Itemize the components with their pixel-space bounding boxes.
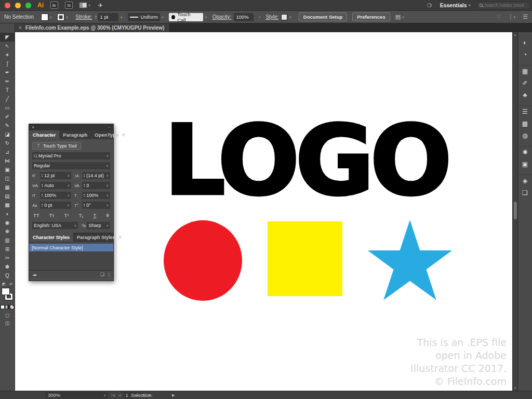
panel-list-icon[interactable]: ☰ [523, 14, 528, 20]
tool-hand[interactable]: ✽ [0, 262, 15, 271]
tool-blend[interactable]: ◉ [0, 218, 15, 227]
tool-paintbrush[interactable]: ✐ [0, 112, 15, 121]
swap-fill-stroke-icon[interactable]: ⇄ [9, 282, 12, 287]
blue-star-shape[interactable] [367, 218, 453, 301]
panel-menu-icon[interactable]: ≡ [122, 132, 125, 138]
tool-scale[interactable]: ⊿ [0, 148, 15, 156]
kerning-control[interactable]: V⁄A ▴▾Auto∨ [32, 182, 71, 189]
font-style-dropdown[interactable]: Regular ∨ [32, 162, 110, 169]
workspace-switcher[interactable]: Essentials ∨ [440, 2, 471, 8]
dock-icon-artboards[interactable]: ❏ [518, 187, 532, 198]
tool-column-graph[interactable]: ▥ [0, 236, 15, 245]
color-mode-icon[interactable] [1, 305, 5, 309]
dock-icon-layers[interactable]: ◈ [518, 175, 532, 187]
preferences-button[interactable]: Preferences [352, 12, 390, 21]
tool-rotate[interactable]: ↻ [0, 139, 15, 148]
document-tab[interactable]: × FileInfo.com Example.eps @ 300% (CMYK/… [15, 23, 170, 32]
type-style-all-caps[interactable]: TT [33, 212, 39, 218]
type-style-underline[interactable]: T [93, 212, 96, 218]
search-input[interactable] [484, 3, 527, 8]
width-profile-dropdown[interactable]: Uniform ∨ [128, 13, 164, 21]
dock-icon-appearance[interactable]: ✺ [518, 146, 532, 158]
tool-rectangle[interactable]: ▭ [0, 103, 15, 112]
dock-icon-symbols[interactable]: ♣ [518, 89, 532, 101]
status-flyout-icon[interactable]: ▶ [172, 393, 175, 397]
tab-paragraph-styles[interactable]: Paragraph Styles [73, 233, 119, 242]
baseline-shift-control[interactable]: Aa ▴▾0 pt∨ [32, 202, 71, 209]
tool-type[interactable]: T [0, 86, 15, 95]
tool-lasso[interactable]: ʃ [0, 59, 15, 68]
tool-width[interactable]: ⋈ [0, 156, 15, 165]
status-display[interactable]: Selection ▶ [131, 392, 175, 398]
tab-opentype[interactable]: OpenType [91, 130, 122, 139]
scroll-down-icon[interactable]: ▼ [513, 387, 517, 390]
dock-icon-swatches[interactable]: ▦ [518, 65, 532, 77]
red-circle-shape[interactable] [164, 220, 242, 301]
dock-icon-brushes[interactable]: ✐ [518, 77, 532, 89]
stepper-icon[interactable]: ▴▾ [95, 15, 96, 19]
rocket-icon[interactable]: ✈ [98, 2, 102, 9]
tool-eyedropper[interactable]: ◗ [0, 209, 15, 218]
tool-eraser[interactable]: ◪ [0, 130, 15, 139]
watermark-text[interactable]: This is an .EPS fileopen in AdobeIllustr… [410, 336, 507, 388]
dock-icon-gradient[interactable]: ▩ [518, 117, 532, 129]
dock-icon-graphic-styles[interactable]: ▣ [518, 158, 532, 170]
tool-curvature[interactable]: ✏ [0, 77, 15, 86]
stroke-swatch[interactable] [57, 14, 64, 21]
delete-style-icon[interactable]: ▯ [108, 272, 110, 277]
first-artboard-button[interactable]: |◀ [111, 393, 115, 397]
tab-character[interactable]: Character [29, 130, 59, 139]
tool-shaper[interactable]: ✎ [0, 121, 15, 130]
horizontal-scale-control[interactable]: T ▴▾100%∨ [71, 192, 110, 199]
lightbulb-icon[interactable]: ❍ [427, 3, 432, 8]
tool-selection[interactable]: ◤ [0, 33, 15, 42]
tool-magic-wand[interactable]: ✶ [0, 50, 15, 59]
style-swatch[interactable] [281, 14, 287, 20]
stroke-width-field[interactable]: 1 pt [98, 13, 118, 21]
tool-shape-builder[interactable]: ◫ [0, 174, 15, 183]
type-style-strikethrough[interactable]: T [106, 212, 109, 218]
tool-direct-selection[interactable]: ↖ [0, 42, 15, 50]
default-fill-stroke-icon[interactable]: ◩ [2, 282, 6, 287]
style-swatch-control[interactable]: ∨ [281, 14, 291, 20]
font-family-dropdown[interactable]: Myriad Pro ∨ [32, 152, 110, 159]
layout-switcher[interactable]: ∨ [79, 3, 90, 8]
stock-search-field[interactable] [477, 2, 530, 9]
cc-library-icon[interactable]: ☁ [32, 272, 37, 277]
symbol-options-control[interactable]: ▤ ∨ [395, 14, 405, 20]
fill-swatch[interactable] [41, 14, 48, 21]
scroll-up-icon[interactable]: ▲ [513, 33, 517, 36]
drawing-modes-icon[interactable]: ▢ [0, 311, 15, 319]
vertical-scrollbar[interactable]: ▲ ▼ [512, 32, 517, 391]
arrange-documents-icon[interactable]: ⋮› [508, 14, 515, 20]
stroke-color-control[interactable]: ∨ [57, 14, 68, 21]
stock-button[interactable]: St [65, 2, 73, 9]
vertical-scale-control[interactable]: IT ▴▾100%∨ [32, 192, 71, 199]
fill-color-control[interactable]: ∨ [41, 14, 52, 21]
screen-mode-icon[interactable]: ◫ [0, 319, 15, 327]
collapse-panel-icon[interactable]: ·· [108, 125, 111, 130]
tool-perspective-grid[interactable]: ▦ [0, 183, 15, 192]
touch-type-tool-button[interactable]: ⊤ Touch Type Tool [32, 142, 81, 150]
brush-definition-dropdown[interactable]: Touch Call... ∨ [169, 13, 207, 21]
tool-zoom[interactable]: Q [0, 271, 15, 280]
dock-icon-transparency[interactable]: ◍ [518, 129, 532, 141]
opacity-field[interactable]: 100% [234, 13, 254, 21]
dock-icon-color[interactable]: ◐ [518, 36, 532, 48]
stroke-label[interactable]: Stroke: [76, 14, 92, 20]
tool-line-segment[interactable]: ╱ [0, 95, 15, 103]
language-dropdown[interactable]: English: USA ∨ [32, 222, 78, 229]
character-panel-titlebar[interactable]: × ·· [29, 124, 113, 130]
minimize-window-button[interactable] [15, 3, 21, 8]
tab-character-styles[interactable]: Character Styles [29, 233, 73, 242]
logo-artwork-text[interactable]: LOGO [164, 113, 448, 209]
app-grid-icon[interactable]: ∷ [497, 14, 500, 20]
tool-free-transform[interactable]: ▣ [0, 165, 15, 174]
zoom-level-dropdown[interactable]: 300% ∨ [46, 392, 108, 398]
none-mode-icon[interactable] [10, 305, 14, 309]
opacity-label[interactable]: Opacity: [212, 14, 232, 20]
tool-slice[interactable]: ✂ [0, 254, 15, 262]
tool-gradient[interactable]: ▩ [0, 201, 15, 209]
type-style-small-caps[interactable]: Tт [49, 212, 55, 218]
document-setup-button[interactable]: Document Setup [299, 12, 347, 21]
